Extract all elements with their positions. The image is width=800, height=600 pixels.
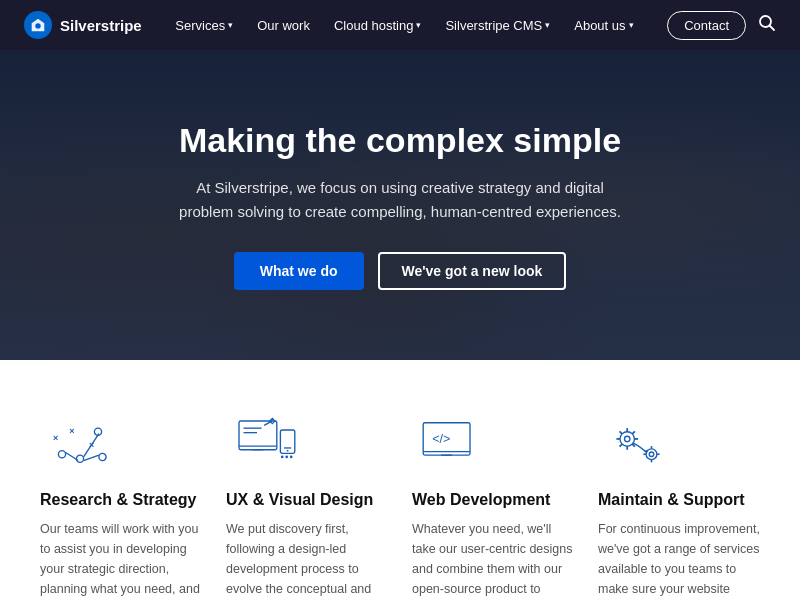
nav-silverstripe-cms[interactable]: Silverstripe CMS ▾: [435, 12, 560, 39]
svg-point-0: [35, 23, 40, 28]
service-2-desc: Whatever you need, we'll take our user-c…: [412, 519, 574, 600]
nav-about-us[interactable]: About us ▾: [564, 12, 643, 39]
cloud-hosting-chevron-icon: ▾: [416, 20, 421, 30]
cms-chevron-icon: ▾: [545, 20, 550, 30]
about-chevron-icon: ▾: [629, 20, 634, 30]
hero-title: Making the complex simple: [170, 120, 630, 161]
hero-section: Making the complex simple At Silverstrip…: [0, 50, 800, 360]
svg-point-23: [290, 455, 293, 458]
nav-services[interactable]: Services ▾: [165, 12, 243, 39]
service-research-strategy: × × × Research & Strategy Our teams will…: [40, 410, 202, 600]
ux-visual-icon: [226, 410, 306, 475]
logo[interactable]: Silverstripe: [24, 11, 142, 39]
svg-line-7: [66, 452, 79, 460]
hero-buttons: What we do We've got a new look: [170, 252, 630, 290]
service-ux-visual: UX & Visual Design We put discovery firs…: [226, 410, 388, 600]
nav-links: Services ▾ Our work Cloud hosting ▾ Silv…: [165, 12, 643, 39]
service-web-dev: </> Web Development Whatever you need, w…: [412, 410, 574, 600]
contact-button[interactable]: Contact: [667, 11, 746, 40]
nav-our-work[interactable]: Our work: [247, 12, 320, 39]
maintain-support-icon: [598, 410, 678, 475]
new-look-button[interactable]: We've got a new look: [378, 252, 567, 290]
web-dev-icon: </>: [412, 410, 492, 475]
svg-line-37: [632, 444, 635, 447]
navbar: Silverstripe Services ▾ Our work Cloud h…: [0, 0, 800, 50]
svg-line-36: [620, 431, 623, 434]
services-chevron-icon: ▾: [228, 20, 233, 30]
service-1-desc: We put discovery first, following a desi…: [226, 519, 388, 600]
service-3-desc: For continuous improvement, we've got a …: [598, 519, 760, 600]
svg-point-21: [281, 455, 284, 458]
svg-line-9: [84, 455, 99, 460]
svg-text:×: ×: [53, 432, 58, 442]
svg-rect-13: [239, 420, 277, 449]
service-0-title: Research & Strategy: [40, 491, 197, 509]
svg-text:</>: </>: [432, 432, 450, 446]
svg-point-22: [285, 455, 288, 458]
service-2-title: Web Development: [412, 491, 550, 509]
research-strategy-icon: × × ×: [40, 410, 120, 475]
svg-point-3: [58, 450, 65, 457]
service-3-title: Maintain & Support: [598, 491, 745, 509]
what-we-do-button[interactable]: What we do: [234, 252, 364, 290]
logo-icon: [24, 11, 52, 39]
svg-text:×: ×: [69, 425, 74, 435]
svg-point-41: [649, 452, 654, 457]
svg-point-31: [625, 436, 630, 441]
logo-text: Silverstripe: [60, 17, 142, 34]
service-1-title: UX & Visual Design: [226, 491, 373, 509]
svg-point-30: [620, 431, 634, 445]
services-section: × × × Research & Strategy Our teams will…: [0, 360, 800, 600]
hero-content: Making the complex simple At Silverstrip…: [150, 120, 650, 291]
search-icon[interactable]: [758, 14, 776, 36]
svg-line-38: [632, 431, 635, 434]
svg-point-5: [76, 455, 83, 462]
service-0-desc: Our teams will work with you to assist y…: [40, 519, 202, 600]
hero-subtitle: At Silverstripe, we focus on using creat…: [170, 176, 630, 224]
service-maintain-support: Maintain & Support For continuous improv…: [598, 410, 760, 600]
nav-cloud-hosting[interactable]: Cloud hosting ▾: [324, 12, 432, 39]
svg-line-2: [770, 26, 775, 31]
svg-text:×: ×: [89, 439, 94, 449]
svg-line-39: [620, 444, 623, 447]
nav-right: Contact: [667, 11, 776, 40]
svg-point-20: [287, 449, 289, 451]
svg-point-6: [99, 453, 106, 460]
